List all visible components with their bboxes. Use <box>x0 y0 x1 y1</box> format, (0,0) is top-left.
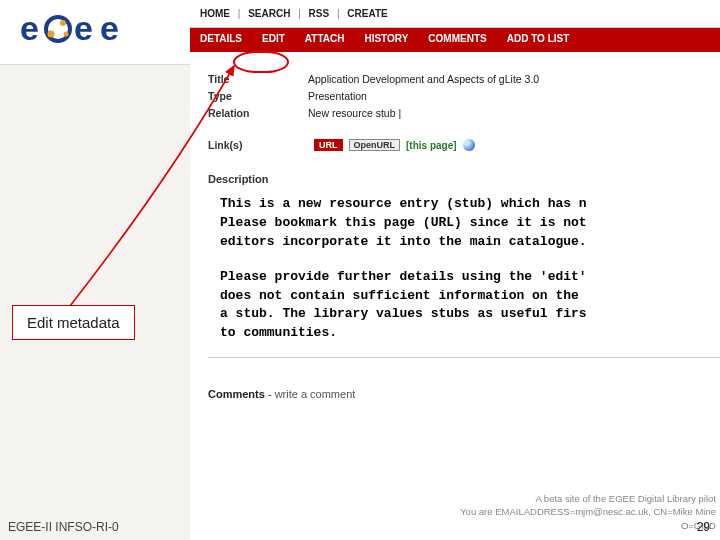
nav-create[interactable]: CREATE <box>347 8 387 19</box>
comments-label: Comments <box>208 388 265 400</box>
openurl-button[interactable]: OpenURL <box>349 139 401 151</box>
tab-add-to-list[interactable]: ADD TO LIST <box>497 28 580 52</box>
left-column: e e e <box>0 0 190 540</box>
svg-point-4 <box>64 32 69 37</box>
beta-footer: A beta site of the EGEE Digital Library … <box>460 492 720 532</box>
top-nav: HOME | SEARCH | RSS | CREATE <box>190 0 720 28</box>
tab-bar: DETAILS EDIT ATTACH HISTORY COMMENTS ADD… <box>190 28 720 52</box>
svg-point-3 <box>60 20 66 26</box>
meta-val-relation: New resource stub | <box>308 106 720 122</box>
svg-point-1 <box>46 17 70 41</box>
callout-edit-metadata: Edit metadata <box>12 305 135 340</box>
this-page-link[interactable]: [this page] <box>406 140 457 151</box>
tab-history[interactable]: HISTORY <box>354 28 418 52</box>
divider <box>208 357 720 358</box>
description-para2: Please provide further details using the… <box>208 268 720 343</box>
footer-left-text: EGEE-II INFSO-RI-0 <box>8 520 119 534</box>
description-heading: Description <box>208 173 720 185</box>
content-area: Title Application Development and Aspect… <box>190 52 720 400</box>
meta-label-title: Title <box>208 72 308 88</box>
beta-line2: You are EMAILADDRESS=mjm@nesc.ac.uk, CN=… <box>460 505 716 518</box>
globe-icon[interactable] <box>463 139 475 151</box>
write-comment-link[interactable]: write a comment <box>275 388 356 400</box>
meta-val-title: Application Development and Aspects of g… <box>308 72 720 88</box>
beta-line1: A beta site of the EGEE Digital Library … <box>460 492 716 505</box>
svg-text:e: e <box>100 10 119 47</box>
meta-label-type: Type <box>208 89 308 105</box>
meta-val-type: Presentation <box>308 89 720 105</box>
comments-section: Comments - write a comment <box>208 388 720 400</box>
url-badge[interactable]: URL <box>314 139 343 151</box>
meta-row-title: Title Application Development and Aspect… <box>208 72 720 88</box>
tab-comments[interactable]: COMMENTS <box>418 28 496 52</box>
description-para1: This is a new resource entry (stub) whic… <box>208 195 720 252</box>
meta-label-relation: Relation <box>208 106 308 122</box>
svg-text:e: e <box>74 10 93 47</box>
nav-search[interactable]: SEARCH <box>248 8 290 19</box>
svg-point-2 <box>48 31 55 38</box>
meta-row-type: Type Presentation <box>208 89 720 105</box>
tab-attach[interactable]: ATTACH <box>295 28 355 52</box>
main-panel: HOME | SEARCH | RSS | CREATE DETAILS EDI… <box>190 0 720 540</box>
beta-line3: O=GILD <box>460 519 716 532</box>
tab-details[interactable]: DETAILS <box>190 28 252 52</box>
tab-edit[interactable]: EDIT <box>252 28 295 52</box>
nav-home[interactable]: HOME <box>200 8 230 19</box>
svg-text:e: e <box>20 10 39 47</box>
meta-row-links: Link(s) URL OpenURL [this page] <box>208 139 720 151</box>
meta-row-relation: Relation New resource stub | <box>208 106 720 122</box>
nav-rss[interactable]: RSS <box>309 8 330 19</box>
meta-label-links: Link(s) <box>208 139 308 151</box>
page-number: 29 <box>697 520 710 534</box>
logo: e e e <box>0 0 190 65</box>
